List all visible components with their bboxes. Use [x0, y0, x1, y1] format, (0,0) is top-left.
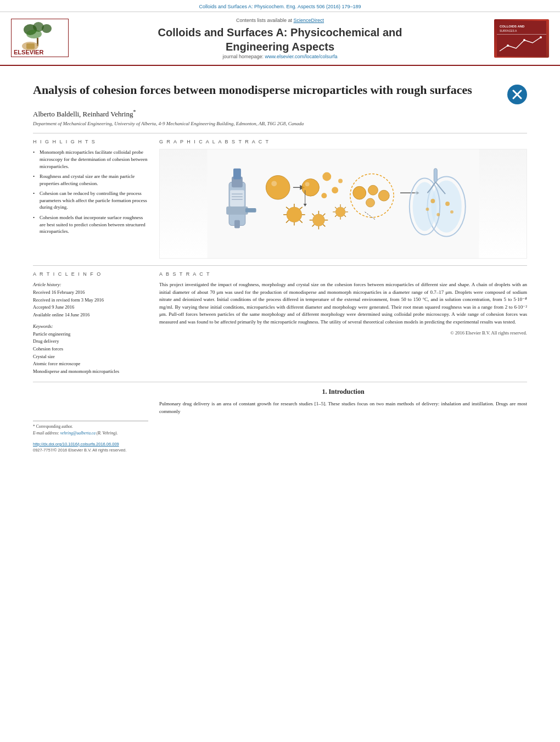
highlight-item: Cohesion models that incorporate surface…	[33, 214, 148, 235]
svg-point-77	[413, 182, 437, 231]
svg-point-38	[321, 193, 327, 199]
sciencedirect-link[interactable]: ScienceDirect	[294, 18, 324, 23]
svg-point-83	[450, 210, 453, 214]
svg-point-58	[335, 207, 345, 217]
svg-rect-25	[226, 207, 248, 215]
article-info-col: A R T I C L E I N F O Article history: R…	[33, 271, 148, 375]
intro-section-title: 1. Introduction	[159, 388, 527, 396]
svg-point-70	[366, 198, 375, 207]
svg-point-67	[353, 187, 366, 200]
svg-point-68	[368, 186, 378, 196]
footer-notes: * Corresponding author. E-mail address: …	[33, 421, 148, 436]
svg-rect-13	[497, 34, 546, 35]
svg-rect-26	[245, 208, 256, 213]
elsevier-logo-svg: ELSEVIER	[11, 19, 69, 57]
intro-left-col: * Corresponding author. E-mail address: …	[33, 388, 148, 453]
affiliation: Department of Mechanical Engineering, Un…	[33, 121, 527, 126]
intro-right-col: 1. Introduction Pulmonary drug delivery …	[159, 388, 527, 453]
abstract-col: A B S T R A C T This project investigate…	[159, 271, 527, 375]
abstract-label: A B S T R A C T	[159, 271, 527, 277]
article-history: Article history: Received 16 February 20…	[33, 281, 148, 319]
svg-point-40	[287, 207, 302, 222]
keywords-section: Keywords: Particle engineering Drug deli…	[33, 323, 148, 375]
journal-center-info: Contents lists available at ScienceDirec…	[71, 18, 489, 59]
journal-header: ELSEVIER Contents lists available at Sci…	[0, 12, 560, 66]
journal-right-logo: COLLOIDS AND SURFACES A	[489, 19, 549, 58]
highlight-item: Roughness and crystal size are the main …	[33, 173, 148, 187]
article-title-section: Analysis of cohesion forces between mono…	[33, 82, 527, 104]
svg-point-36	[322, 172, 331, 181]
svg-point-82	[445, 202, 450, 206]
authors: Alberto Baldelli, Reinhard Vehring*	[33, 109, 527, 119]
abstract-text: This project investigated the impact of …	[159, 281, 527, 326]
crossmark-button[interactable]	[507, 85, 527, 104]
svg-point-37	[332, 187, 338, 194]
svg-point-14	[507, 44, 509, 47]
svg-text:COLLOIDS AND: COLLOIDS AND	[500, 25, 525, 28]
intro-text: Pulmonary drug delivery is an area of co…	[159, 400, 527, 415]
highlight-item: Monomorph microparticles facilitate coll…	[33, 149, 148, 170]
main-content: Analysis of cohesion forces between mono…	[0, 66, 560, 742]
svg-rect-27	[230, 191, 244, 207]
highlights-graphical-section: H I G H L I G H T S Monomorph microparti…	[33, 133, 527, 259]
svg-point-79	[430, 199, 435, 203]
doi-link[interactable]: http://dx.doi.org/10.1016/j.colsurfa.201…	[33, 442, 119, 447]
crossmark-area	[500, 82, 527, 104]
svg-point-16	[540, 36, 542, 38]
journal-top-bar: Colloids and Surfaces A: Physicochem. En…	[0, 0, 560, 12]
article-title: Analysis of cohesion forces between mono…	[33, 82, 500, 98]
asterisk: *	[133, 109, 136, 115]
svg-rect-24	[234, 220, 240, 228]
svg-rect-8	[26, 43, 35, 49]
svg-point-49	[313, 214, 325, 226]
right-thumb-svg: COLLOIDS AND SURFACES A	[497, 21, 546, 57]
highlights-label: H I G H L I G H T S	[33, 139, 148, 144]
svg-point-39	[338, 179, 343, 183]
elsevier-logo-area: ELSEVIER	[11, 19, 71, 58]
abstract-copyright: © 2016 Elsevier B.V. All rights reserved…	[159, 330, 527, 336]
highlight-item: Cohesion can be reduced by controlling t…	[33, 190, 148, 211]
highlights-list: Monomorph microparticles facilitate coll…	[33, 149, 148, 235]
journal-homepage: journal homepage: www.elsevier.com/locat…	[71, 54, 489, 59]
svg-point-5	[26, 30, 42, 38]
top-citation-link[interactable]: Colloids and Surfaces A: Physicochem. En…	[199, 4, 361, 9]
right-thumbnail: COLLOIDS AND SURFACES A	[494, 19, 549, 58]
svg-rect-23	[233, 169, 241, 180]
doi-section: http://dx.doi.org/10.1016/j.colsurfa.201…	[33, 440, 148, 453]
introduction-section: * Corresponding author. E-mail address: …	[33, 382, 527, 453]
svg-point-4	[42, 24, 52, 33]
article-info-abstract-section: A R T I C L E I N F O Article history: R…	[33, 265, 527, 375]
svg-point-34	[302, 179, 320, 197]
contents-label: Contents lists available at	[236, 18, 292, 23]
svg-point-69	[378, 191, 389, 202]
svg-point-81	[436, 213, 440, 216]
svg-point-35	[305, 182, 310, 187]
svg-point-32	[271, 181, 277, 187]
graphical-abstract-svg	[160, 149, 527, 258]
graphical-abstract-image	[159, 149, 527, 259]
email-link[interactable]: vehring@ualberta.ca	[60, 431, 96, 436]
crossmark-icon	[509, 86, 525, 103]
svg-text:SURFACES A: SURFACES A	[500, 29, 517, 32]
highlights-col: H I G H L I G H T S Monomorph microparti…	[33, 139, 148, 259]
issn-text: 0927-7757/© 2016 Elsevier B.V. All right…	[33, 448, 126, 453]
journal-title: Colloids and Surfaces A: Physicochemical…	[71, 25, 489, 54]
graphical-abstract-label: G R A P H I C A L A B S T R A C T	[159, 139, 527, 144]
svg-point-80	[425, 208, 429, 211]
article-info-label: A R T I C L E I N F O	[33, 271, 148, 277]
homepage-url[interactable]: www.elsevier.com/locate/colsurfa	[265, 54, 338, 59]
svg-point-15	[523, 39, 525, 41]
svg-point-31	[266, 176, 290, 200]
graphical-abstract-col: G R A P H I C A L A B S T R A C T	[159, 139, 527, 259]
page: Colloids and Surfaces A: Physicochem. En…	[0, 0, 560, 742]
svg-rect-78	[434, 169, 437, 182]
